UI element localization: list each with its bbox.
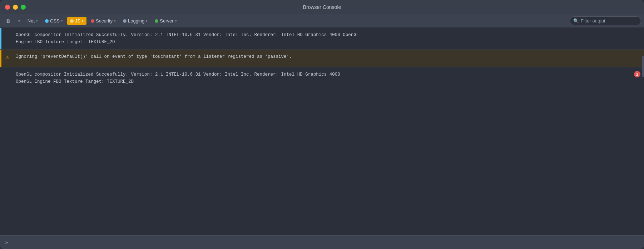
css-dot-icon xyxy=(45,19,49,23)
log-icon-area xyxy=(1,67,13,89)
search-icon: 🔍 xyxy=(573,18,579,24)
security-label: Security xyxy=(96,18,113,24)
maximize-button[interactable] xyxy=(21,5,26,10)
server-dot-icon xyxy=(155,19,158,23)
security-chevron-icon: ▾ xyxy=(114,19,116,23)
minimize-button[interactable] xyxy=(13,5,18,10)
log-icon-area xyxy=(1,28,13,49)
log-text: OpenGL compositor Initialized Succesfull… xyxy=(13,67,634,89)
scrollbar-thumb[interactable] xyxy=(642,56,644,77)
console-area[interactable]: OpenGL compositor Initialized Succesfull… xyxy=(0,28,644,235)
log-icon-area: ⚠ xyxy=(1,50,13,67)
logging-button[interactable]: Logging ▾ xyxy=(120,17,150,25)
title-bar: Browser Console xyxy=(0,0,644,14)
trash-icon: 🗑 xyxy=(6,18,10,24)
security-dot-icon xyxy=(91,19,94,23)
logging-chevron-icon: ▾ xyxy=(146,19,148,23)
logging-label: Logging xyxy=(128,18,144,24)
log-text: Ignoring 'preventDefault()' call on even… xyxy=(13,50,640,67)
log-text: OpenGL compositor Initialized Succesfull… xyxy=(13,28,640,49)
server-chevron-icon: ▾ xyxy=(175,19,177,23)
console-input[interactable] xyxy=(10,240,639,245)
warning-icon: ⚠ xyxy=(5,55,10,60)
security-button[interactable]: Security ▾ xyxy=(88,17,119,25)
css-label: CSS xyxy=(50,18,60,24)
clear-button[interactable]: 🗑 xyxy=(3,17,13,25)
log-entry: OpenGL compositor Initialized Succesfull… xyxy=(0,28,644,50)
js-chevron-icon: ▾ xyxy=(82,19,84,23)
log-right xyxy=(640,28,644,49)
net-button[interactable]: Net ▾ xyxy=(25,17,41,25)
filter-input-wrap: 🔍 xyxy=(570,16,641,25)
css-button[interactable]: CSS ▾ xyxy=(42,17,66,25)
js-button[interactable]: JS ▾ xyxy=(67,17,86,25)
logging-dot-icon xyxy=(123,19,127,23)
server-label: Server xyxy=(160,18,173,24)
close-button[interactable] xyxy=(5,5,10,10)
bottom-bar: » xyxy=(0,235,644,249)
log-entry: ⚠ Ignoring 'preventDefault()' call on ev… xyxy=(0,50,644,67)
duplicate-count-badge: 2 xyxy=(634,71,640,77)
prompt-symbol: » xyxy=(5,239,8,246)
css-chevron-icon: ▾ xyxy=(61,19,63,23)
net-chevron-icon: ▾ xyxy=(36,19,38,23)
circle-button[interactable]: ○ xyxy=(15,17,23,25)
net-label: Net xyxy=(28,18,35,24)
js-dot-icon xyxy=(70,19,74,23)
toolbar: 🗑 ○ Net ▾ CSS ▾ JS ▾ Security ▾ Logging … xyxy=(0,14,644,28)
js-label: JS xyxy=(75,18,80,24)
console-prompt: » xyxy=(5,239,639,246)
window-title: Browser Console xyxy=(303,4,341,10)
circle-icon: ○ xyxy=(18,18,20,24)
window-controls xyxy=(5,5,26,10)
log-entry: OpenGL compositor Initialized Succesfull… xyxy=(0,67,644,89)
server-button[interactable]: Server ▾ xyxy=(152,17,179,25)
filter-input[interactable] xyxy=(570,16,641,25)
